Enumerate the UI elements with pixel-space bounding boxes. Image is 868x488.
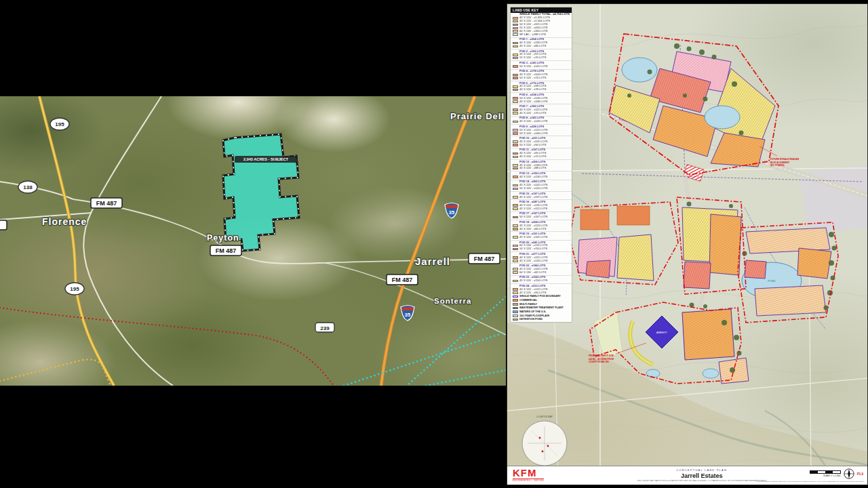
svg-text:138: 138: [23, 184, 33, 190]
legend-text: 55' X 120' - ±120 LOTS: [519, 187, 548, 190]
svg-text:FM 487: FM 487: [216, 247, 237, 254]
svg-text:FM 487: FM 487: [392, 277, 413, 283]
legend-row: 50' X 120' - ±106 LOTS: [511, 131, 572, 135]
legend-text: 40' X 120' - ±88 LOTS: [519, 167, 546, 169]
plan-disclaimer: THIS CONCEPTUAL PLAN IS FOR ILLUSTRATIVE…: [637, 480, 766, 482]
fm487-badge: FM 487: [469, 253, 500, 264]
legend-text: 45' X 120' - ±112 LOTS: [519, 207, 547, 210]
legend-row: 50' X 120' - ±141 LOTS: [511, 64, 572, 68]
legend-row: 45' X 120' - ±143 LOTS: [511, 120, 572, 123]
legend-row: 40' X 120' - ±80 LOTS: [511, 227, 572, 230]
legend-swatch: [513, 140, 518, 143]
legend-row: 50' X 120' - ±110 LOTS: [511, 247, 572, 251]
shield-195: 195: [50, 118, 69, 130]
legend-swatch: [513, 248, 518, 251]
legend-row: 50' X 120' - ±74 LOTS: [511, 77, 572, 80]
legend-row: 45' X 120' - ±126 LOTS: [511, 259, 572, 262]
legend-swatch: [513, 288, 518, 291]
legend-text: 50' X 120' - ±90 LOTS: [519, 144, 546, 146]
legend-swatch: [513, 176, 518, 178]
cyan-dotted-line: [426, 370, 506, 386]
legend-text: 50' X 120' - ±167 LOTS: [519, 216, 548, 218]
legend-swatch: [513, 121, 518, 123]
legend-text: SINGLE FAMILY POD BOUNDARY: [519, 295, 561, 298]
utility-lines: [0, 297, 506, 386]
legend-swatch: [513, 216, 518, 219]
land-plan-sheet[interactable]: POND AMENITY: [507, 3, 868, 485]
legend-row: 45' X 120' - ±108 LOTS: [511, 100, 572, 103]
svg-text:PROPOSED WWTP SITE: PROPOSED WWTP SITE: [589, 354, 614, 357]
pod-cluster-north: [609, 34, 778, 175]
legend-swatch: [513, 164, 518, 167]
fm487-badge: FM 487: [91, 198, 122, 208]
legend-swatch: [513, 33, 518, 36]
legend-swatch: [513, 207, 518, 210]
north-arrow-icon: [844, 468, 854, 479]
legend-swatch: [513, 97, 518, 100]
legend-swatch: [513, 236, 518, 239]
highway-195-road: [39, 96, 114, 386]
legend-text: 45' X 120' - ±86 LOTS: [519, 45, 546, 47]
legend-row: WATERS OF THE U.S.: [511, 310, 572, 314]
release-note: THIS DOCUMENT IS RELEASED FOR THE PURPOS…: [756, 481, 863, 483]
svg-text:195: 195: [55, 121, 64, 127]
label-peyton: Peyton: [207, 233, 239, 243]
legend-rows: SINGLE FAMILY TOTAL: ±4,704 LOTS 40' X 1…: [511, 13, 572, 321]
plan-type-label: CONCEPTUAL LAND PLAN: [637, 468, 766, 472]
legend-row: 50' X 120' - ±90 LOTS: [511, 143, 572, 146]
legend-text: 45' X 120' - ±70 LOTS: [519, 112, 546, 115]
legend-swatch: [513, 188, 518, 190]
legend-swatch: [513, 256, 518, 259]
plan-name: Jarrell Estates: [637, 472, 766, 479]
shield-138: 138: [18, 181, 37, 193]
label-sonterra: Sonterra: [434, 297, 471, 305]
svg-text:35: 35: [449, 209, 454, 216]
legend-row: 45' X 120' - ±70 LOTS: [511, 112, 572, 115]
legend-text: 45' X 120' - ±161 LOTS: [519, 236, 548, 239]
legend-swatch: [513, 296, 518, 298]
legend-text: 45' X 120' - ±72 LOTS: [519, 155, 546, 158]
legend-text: 40' X 120' - ±80 LOTS: [519, 228, 546, 230]
legend-swatch: [513, 144, 518, 146]
legend-swatch: [513, 260, 518, 262]
legend-text: 60' X 130' - ±82 LOTS: [519, 271, 546, 274]
legend-swatch: [513, 20, 518, 23]
legend-swatch: [513, 17, 518, 20]
legend-row: 45' X 120' - ±112 LOTS: [511, 207, 572, 210]
kfm-tagline: ENGINEERING + DESIGN: [513, 479, 544, 483]
scale-label: SCALE: 1" = 1,000': [810, 474, 841, 477]
legend-text: 40' X 120' - ±78 LOTS: [519, 88, 546, 91]
plan-title: CONCEPTUAL LAND PLAN Jarrell Estates THI…: [637, 468, 766, 482]
svg-text:(BY OTHERS): (BY OTHERS): [770, 164, 785, 167]
legend-swatch: [513, 319, 518, 321]
legend-swatch: [513, 132, 518, 135]
location-map-label: LOCATION MAP: [536, 415, 553, 418]
legend-swatch: [513, 74, 518, 77]
legend-swatch: [513, 291, 518, 294]
legend-swatch: [513, 45, 518, 48]
kfm-logo-text: KFM: [513, 468, 544, 478]
legend-swatch: [513, 108, 518, 111]
legend-row: DETENTION POND: [511, 318, 572, 321]
satellite-map[interactable]: 2,043 ACRES - SUBJECT Florence Peyton Ja…: [0, 96, 506, 386]
legend-swatch: [513, 57, 518, 60]
satellite-overlay: 2,043 ACRES - SUBJECT Florence Peyton Ja…: [0, 96, 506, 386]
legend-row: MULTI-FAMILY: [511, 302, 572, 306]
title-block: KFM ENGINEERING + DESIGN CONCEPTUAL LAND…: [507, 466, 867, 485]
legend-swatch: [513, 268, 518, 270]
fm487-badge: FM 487: [210, 245, 241, 256]
legend-swatch: [513, 280, 518, 283]
legend-row: 45' X 120' - ±72 LOTS: [511, 155, 572, 159]
legend-row: 60' X 130' - ±82 LOTS: [511, 270, 572, 274]
legend-row: 55' X 120' - ±120 LOTS: [511, 187, 572, 190]
legend-text: SF 1 AC - ±238 LOTS: [519, 33, 546, 36]
legend-row: 45' X 120' - ±86 LOTS: [511, 45, 572, 48]
svg-text:FM 487: FM 487: [474, 256, 495, 262]
fm487-badge-partial: [0, 220, 7, 230]
legend-text: 50' X 120' - ±74 LOTS: [519, 77, 546, 79]
legend-swatch: [513, 100, 518, 103]
svg-text:35: 35: [405, 312, 410, 318]
amenity-label: AMENITY: [656, 331, 668, 334]
legend-swatch: [513, 204, 518, 207]
legend-swatch: [513, 24, 518, 26]
